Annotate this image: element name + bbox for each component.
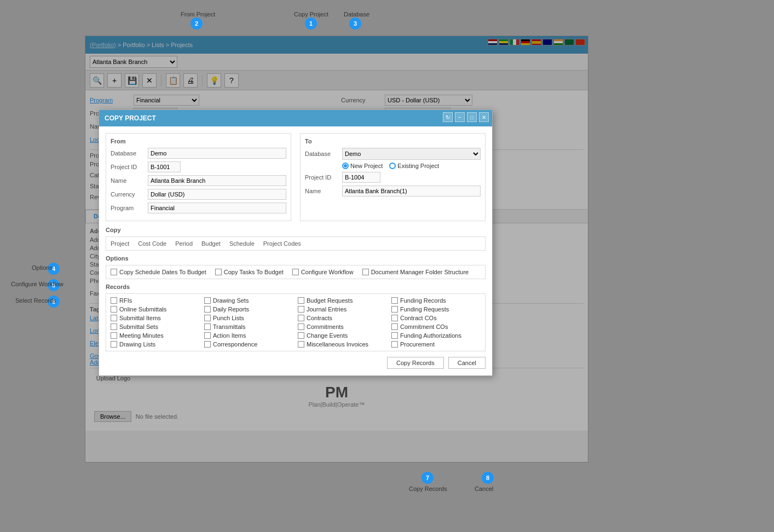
drawing-lists-checkbox[interactable] [111,341,117,348]
record-funding-authorizations[interactable]: Funding Authorizations [391,332,481,339]
record-meeting-minutes[interactable]: Meeting Minutes [111,332,200,339]
procurement-checkbox[interactable] [391,341,398,348]
configure-workflow-checkbox[interactable] [292,269,299,275]
record-punch-lists[interactable]: Punch Lists [204,315,293,321]
record-transmittals[interactable]: Transmittals [204,323,293,330]
record-contract-cos[interactable]: Contract COs [391,315,481,321]
copy-project-modal: COPY PROJECT ↻ − □ ✕ From Database [99,109,493,376]
drawing-sets-checkbox[interactable] [204,297,211,304]
punch-lists-checkbox[interactable] [204,315,211,321]
record-misc-invoices[interactable]: Miscellaneous Invoices [298,341,387,348]
record-procurement[interactable]: Procurement [391,341,481,348]
record-change-events[interactable]: Change Events [298,332,387,339]
funding-requests-checkbox[interactable] [391,306,398,313]
to-project-id-input[interactable] [342,172,380,183]
record-submittal-items[interactable]: Submittal Items [111,315,200,321]
record-drawing-sets[interactable]: Drawing Sets [204,297,293,304]
options-row: Copy Schedule Dates To Budget Copy Tasks… [106,265,486,279]
record-submittal-sets[interactable]: Submittal Sets [111,323,200,330]
copy-col-project: Project [111,240,129,247]
modal-title: COPY PROJECT [105,114,156,122]
to-project-id-label: Project ID [305,174,342,181]
record-action-items[interactable]: Action Items [204,332,293,339]
record-commitment-cos[interactable]: Commitment COs [391,323,481,330]
record-contracts[interactable]: Contracts [298,315,387,321]
budget-requests-checkbox[interactable] [298,297,304,304]
commitment-cos-checkbox[interactable] [391,323,398,330]
from-program-row: Program [111,203,286,213]
to-database-select[interactable]: Demo [342,148,481,160]
from-program-input[interactable] [148,203,286,213]
from-database-label: Database [111,150,148,157]
options-header: Options [106,255,486,262]
from-name-row: Name [111,175,286,186]
configure-workflow-label: Configure Workflow [301,269,354,275]
new-project-dot [342,163,349,169]
new-project-label: New Project [350,163,383,169]
bubble-1-label: Copy Project [294,11,328,18]
record-drawing-lists[interactable]: Drawing Lists [111,341,200,348]
doc-manager-checkbox[interactable] [362,269,369,275]
from-to-row: From Database Project ID Name [106,133,486,221]
record-rfis[interactable]: RFIs [111,297,200,304]
new-project-radio[interactable]: New Project [342,163,383,169]
modal-refresh-btn[interactable]: ↻ [443,112,453,122]
from-program-label: Program [111,205,148,211]
change-events-checkbox[interactable] [298,332,304,339]
option-copy-schedule[interactable]: Copy Schedule Dates To Budget [111,269,206,275]
funding-records-checkbox[interactable] [391,297,398,304]
copy-col-projectcodes: Project Codes [263,240,301,247]
from-database-input[interactable] [148,148,286,159]
bubble-3-label: Database [344,11,369,18]
cancel-button[interactable]: Cancel [448,357,486,369]
submittal-sets-checkbox[interactable] [111,323,117,330]
to-name-input[interactable] [342,186,481,196]
option-configure-workflow[interactable]: Configure Workflow [292,269,354,275]
record-journal-entries[interactable]: Journal Entries [298,306,387,313]
modal-minimize-btn[interactable]: − [455,112,465,122]
copy-tasks-checkbox[interactable] [215,269,222,275]
submittal-items-checkbox[interactable] [111,315,117,321]
misc-invoices-checkbox[interactable] [298,341,304,348]
daily-reports-checkbox[interactable] [204,306,211,313]
record-commitments[interactable]: Commitments [298,323,387,330]
existing-project-radio[interactable]: Existing Project [389,163,439,169]
record-funding-records[interactable]: Funding Records [391,297,481,304]
from-project-id-input[interactable] [148,161,181,172]
from-project-id-row: Project ID [111,161,286,172]
online-submittals-checkbox[interactable] [111,306,117,313]
commitments-checkbox[interactable] [298,323,304,330]
contracts-checkbox[interactable] [298,315,304,321]
record-budget-requests[interactable]: Budget Requests [298,297,387,304]
page-wrapper: 2 From Project 1 Copy Project 3 Database… [0,0,774,532]
modal-header: COPY PROJECT ↻ − □ ✕ [99,110,492,126]
rfis-checkbox[interactable] [111,297,117,304]
option-doc-manager[interactable]: Document Manager Folder Structure [362,269,469,275]
record-funding-requests[interactable]: Funding Requests [391,306,481,313]
record-correspondence[interactable]: Correspondence [204,341,293,348]
funding-authorizations-checkbox[interactable] [391,332,398,339]
meeting-minutes-checkbox[interactable] [111,332,117,339]
bubble-1: 1 [305,18,317,30]
copy-records-button[interactable]: Copy Records [387,357,444,369]
correspondence-checkbox[interactable] [204,341,211,348]
transmittals-checkbox[interactable] [204,323,211,330]
existing-project-dot [389,163,396,169]
bubble-5-label: Configure Workflow [11,281,63,287]
bubble-4-label: Options [32,264,53,271]
record-online-submittals[interactable]: Online Submittals [111,306,200,313]
modal-close-btn[interactable]: ✕ [479,112,489,122]
journal-entries-checkbox[interactable] [298,306,304,313]
modal-maximize-btn[interactable]: □ [467,112,477,122]
record-daily-reports[interactable]: Daily Reports [204,306,293,313]
option-copy-tasks[interactable]: Copy Tasks To Budget [215,269,284,275]
contract-cos-checkbox[interactable] [391,315,398,321]
modal-body: From Database Project ID Name [99,126,492,375]
copy-schedule-checkbox[interactable] [111,269,117,275]
from-name-input[interactable] [148,175,286,186]
from-currency-input[interactable] [148,189,286,200]
action-items-checkbox[interactable] [204,332,211,339]
copy-col-costcode: Cost Code [138,240,166,247]
from-header: From [111,138,286,144]
bubble-8-label: Cancel [475,485,493,492]
